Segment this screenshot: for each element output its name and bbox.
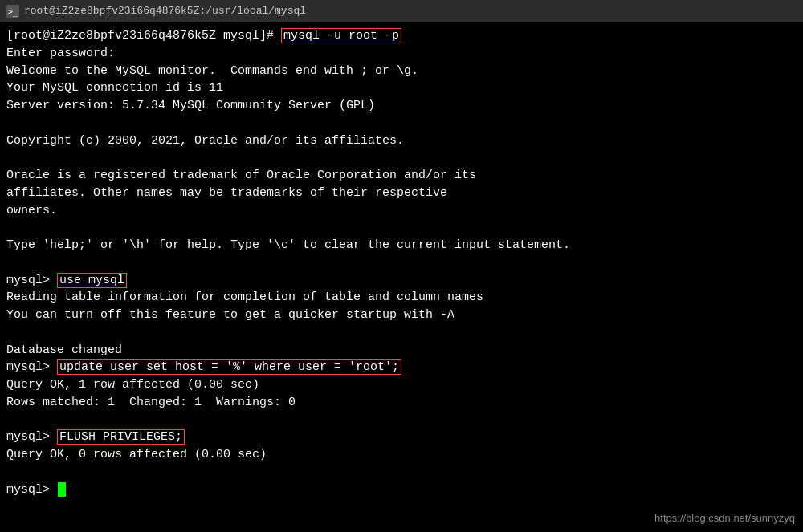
line-14 [6,254,797,272]
line-11: owners. [6,202,797,220]
svg-text:>_: >_ [8,7,18,17]
line-4: Your MySQL connection id is 11 [6,79,797,97]
mysql-cmd-3: FLUSH PRIVILEGES; [57,429,185,445]
mysql-prompt-4: mysql> [6,483,57,497]
line-27: mysql> [6,481,797,499]
line-15: mysql> use mysql [6,272,797,290]
terminal-cursor [58,482,66,497]
line-16: Reading table information for completion… [6,289,797,307]
terminal: [root@iZ2ze8bpfv23i66q4876k5Z mysql]# my… [0,22,803,532]
line-6 [6,115,797,132]
line-10: affiliates. Other names may be trademark… [6,185,797,202]
line-3: Welcome to the MySQL monitor. Commands e… [6,63,797,80]
line-2: Enter password: [6,45,797,63]
line-25: Query OK, 0 rows affected (0.00 sec) [6,446,797,464]
line-9: Oracle is a registered trademark of Orac… [6,167,797,185]
line-7: Copyright (c) 2000, 2021, Oracle and/or … [6,132,797,150]
line-19: Database changed [6,342,797,359]
mysql-cmd-1: use mysql [57,273,127,288]
line-24: mysql> FLUSH PRIVILEGES; [6,428,797,446]
cmd-1: mysql -u root -p [281,28,402,43]
mysql-cmd-2: update user set host = '%' where user = … [57,359,402,375]
line-12 [6,219,797,237]
line-1: [root@iZ2ze8bpfv23i66q4876k5Z mysql]# my… [6,27,797,45]
line-18 [6,324,797,342]
watermark: https://blog.csdn.net/sunnyzyq [654,512,795,524]
mysql-prompt-2: mysql> [6,360,57,374]
line-21: Query OK, 1 row affected (0.00 sec) [6,376,797,394]
line-17: You can turn off this feature to get a q… [6,307,797,324]
line-8 [6,149,797,167]
line-23 [6,412,797,429]
line-26 [6,464,797,481]
title-bar: >_ root@iZ2ze8bpfv23i66q4876k5Z:/usr/loc… [0,0,803,22]
mysql-prompt-3: mysql> [6,430,57,444]
line-20: mysql> update user set host = '%' where … [6,359,797,376]
mysql-prompt-1: mysql> [6,274,57,287]
terminal-icon: >_ [6,5,19,18]
title-bar-text: root@iZ2ze8bpfv23i66q4876k5Z:/usr/local/… [24,5,306,17]
line-22: Rows matched: 1 Changed: 1 Warnings: 0 [6,394,797,412]
line-13: Type 'help;' or '\h' for help. Type '\c'… [6,237,797,254]
line-5: Server version: 5.7.34 MySQL Community S… [6,97,797,115]
prompt-1: [root@iZ2ze8bpfv23i66q4876k5Z mysql]# [6,29,281,43]
